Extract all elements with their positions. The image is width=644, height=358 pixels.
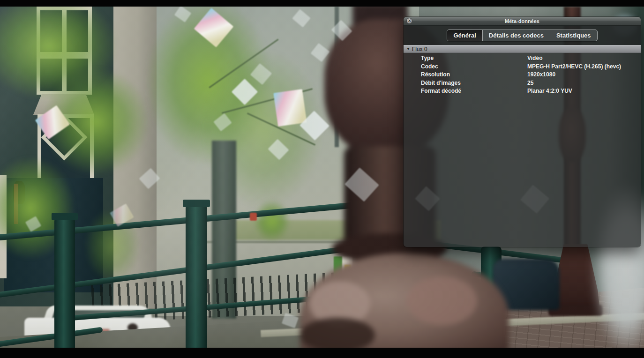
scene-diamond-window <box>37 114 94 190</box>
row-value: 1920x1080 <box>527 71 555 79</box>
scene-confetti <box>344 167 379 201</box>
scene-baluster <box>186 204 207 348</box>
scene-car <box>24 318 171 348</box>
scene-foliage <box>0 157 75 260</box>
scene-foliage <box>253 200 291 242</box>
scene-confetti <box>213 113 232 132</box>
letterbox-top <box>0 0 644 7</box>
tab-statistics[interactable]: Statistiques <box>550 30 597 41</box>
metadata-row: Format décodé Planar 4:2:0 YUV <box>404 87 641 96</box>
scene-confetti <box>268 139 289 160</box>
metadata-row: Résolution 1920x1080 <box>404 71 641 79</box>
scene-curb <box>261 313 644 337</box>
scene-foliage <box>202 49 323 208</box>
metadata-panel: ✕ Méta-données Général Détails des codec… <box>404 17 641 247</box>
scene-stone-pillar <box>113 7 157 308</box>
scene-confetti <box>331 20 352 41</box>
scene-wall-lamp <box>13 181 25 204</box>
row-label: Type <box>421 55 434 61</box>
scene-tree-trunk <box>212 141 236 319</box>
scene-confetti <box>174 7 192 22</box>
scene-confetti <box>139 168 160 189</box>
metadata-row: Débit d'images 25 <box>404 79 641 88</box>
row-label: Codec <box>421 63 438 70</box>
tab-bar: Général Détails des codecs Statistiques <box>447 30 597 41</box>
scene-post-texture <box>407 276 477 325</box>
row-value: MPEG-H Part2/HEVC (H.265) (hevc) <box>527 63 621 71</box>
metadata-row: Codec MPEG-H Part2/HEVC (H.265) (hevc) <box>404 63 641 71</box>
tab-general[interactable]: Général <box>447 30 482 41</box>
scene-upper-window <box>37 7 92 95</box>
scene-railing <box>54 296 316 322</box>
scene-railing <box>0 327 103 348</box>
scene-red-flag <box>14 184 18 224</box>
scene-storefront-glass <box>4 178 103 292</box>
scene-confetti <box>282 313 299 328</box>
tab-codec-details[interactable]: Détails des codecs <box>483 30 550 41</box>
scene-confetti <box>194 8 234 47</box>
scene-storefront-frame <box>0 175 7 278</box>
scene-foliage <box>84 208 141 283</box>
scene-foliage <box>0 7 117 100</box>
row-label: Format décodé <box>421 88 461 94</box>
row-label: Débit d'images <box>421 80 461 86</box>
scene-baluster <box>481 246 502 310</box>
scene-foliage <box>42 67 150 175</box>
scene-center-wall <box>157 7 419 316</box>
metadata-row: Type Vidéo <box>404 54 641 63</box>
scene-car <box>42 306 157 326</box>
disclosure-triangle-icon: ▼ <box>406 47 410 51</box>
metadata-rows: Type Vidéo Codec MPEG-H Part2/HEVC (H.26… <box>404 54 641 96</box>
scene-poster <box>334 256 352 282</box>
scene-lamppost-base <box>551 244 600 310</box>
scene-car-detail <box>97 329 110 332</box>
scene-window-cornice <box>27 94 100 115</box>
scene-branch <box>209 39 278 89</box>
scene-confetti <box>110 203 134 226</box>
scene-confetti <box>35 105 70 139</box>
stream-section-header[interactable]: ▼ Flux 0 <box>404 45 641 53</box>
scene-post-texture <box>300 318 375 348</box>
scene-post-texture <box>309 281 370 326</box>
scene-dark-car <box>493 259 560 310</box>
row-value: Vidéo <box>527 54 542 63</box>
scene-brick-pavement <box>398 269 644 348</box>
scene-car-detail <box>127 323 138 332</box>
scene-confetti <box>292 9 311 27</box>
scene-baluster <box>54 217 75 348</box>
scene-bridge-deck <box>0 288 422 348</box>
scene-baluster-cap <box>183 200 210 207</box>
scene-confetti <box>273 89 307 127</box>
row-value: 25 <box>527 79 533 88</box>
scene-confetti <box>232 79 258 105</box>
scene-foliage <box>145 7 272 166</box>
scene-wall-ledge <box>202 241 427 243</box>
scene-foreground-post-base <box>300 253 509 348</box>
scene-picket-fence <box>91 271 355 323</box>
scene-railing <box>0 245 355 298</box>
scene-railing <box>0 196 421 241</box>
scene-drainpipe <box>335 7 339 147</box>
scene-confetti <box>25 216 42 232</box>
scene-foreground-post-cap <box>352 7 408 33</box>
scene-car-window <box>50 310 146 323</box>
scene-confetti <box>311 43 330 62</box>
panel-title: Méta-données <box>404 17 641 25</box>
scene-confetti <box>250 63 272 85</box>
scene-lamppost-plinth <box>548 305 603 316</box>
scene-confetti <box>300 111 329 141</box>
letterbox-bottom <box>0 348 644 358</box>
tab-zone: Général Détails des codecs Statistiques <box>404 26 641 45</box>
vlc-window: ✕ Méta-données Général Détails des codec… <box>0 0 644 358</box>
scene-branch <box>222 88 313 114</box>
scene-baluster-cap <box>52 213 78 220</box>
scene-branch <box>247 112 315 145</box>
scene-left-building <box>0 7 125 306</box>
scene-railing <box>471 271 564 291</box>
scene-red-sign <box>250 213 257 221</box>
panel-titlebar[interactable]: ✕ Méta-données <box>404 17 641 26</box>
row-label: Résolution <box>421 71 450 78</box>
stream-section-label: Flux 0 <box>412 46 427 52</box>
row-value: Planar 4:2:0 YUV <box>527 87 572 96</box>
